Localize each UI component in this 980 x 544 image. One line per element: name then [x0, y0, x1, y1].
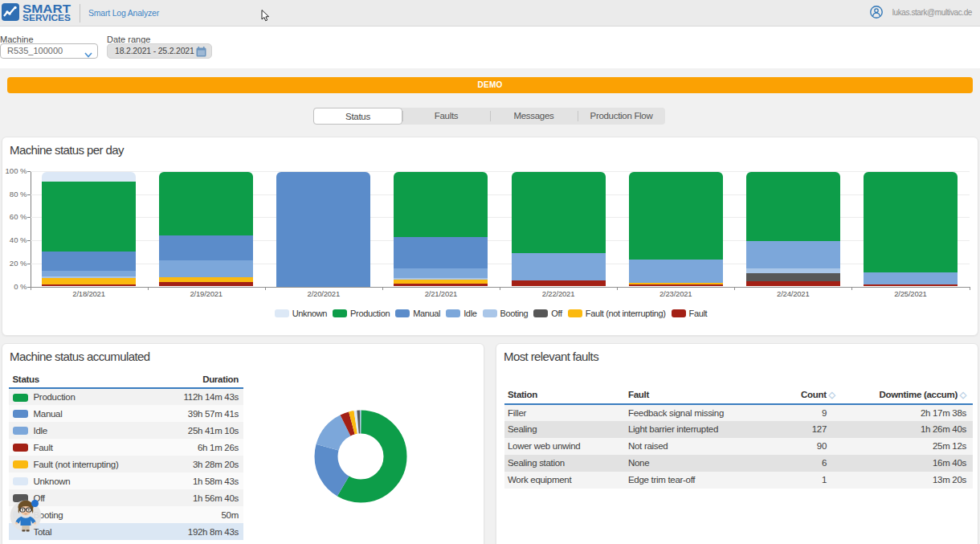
svg-text:SERVICES: SERVICES — [22, 13, 71, 22]
